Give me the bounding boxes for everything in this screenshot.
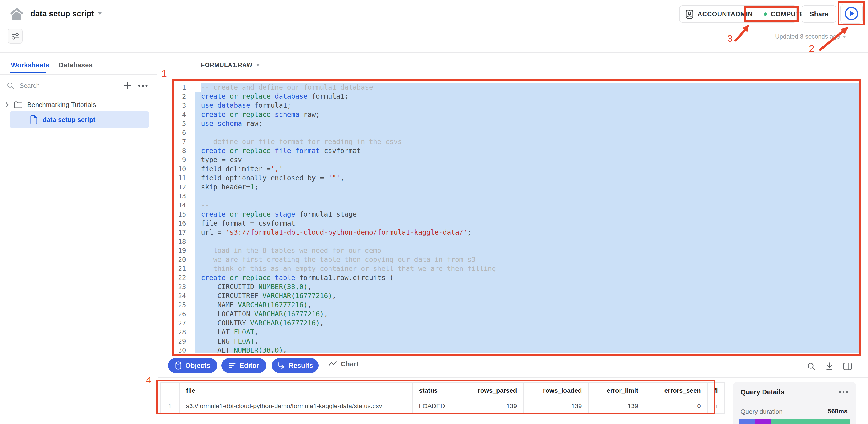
chart-line-icon [329, 361, 337, 367]
line-number: 12 [174, 183, 186, 192]
table-cell-error_limit[interactable]: 139 [589, 399, 645, 413]
database-context-selector[interactable]: FORMULA1.RAW [201, 62, 260, 69]
code-line-4[interactable]: create or replace schema raw; [195, 110, 859, 119]
code-token: raw; [246, 120, 262, 127]
sidebar-item-worksheet-selected[interactable]: data setup script [10, 111, 149, 128]
plus-icon [123, 81, 132, 90]
folder-label: Benchmarking Tutorials [27, 101, 96, 108]
active-tab-underline [10, 72, 46, 73]
home-button[interactable] [8, 6, 25, 22]
table-cell-status[interactable]: LOADED [412, 399, 459, 413]
code-line-30[interactable]: ALT NUMBER(38,0), [195, 346, 859, 353]
worksheet-title[interactable]: data setup script [30, 9, 102, 18]
line-number: 6 [174, 128, 186, 137]
code-token: ',' [271, 165, 283, 173]
code-token: create [201, 147, 229, 155]
table-cell-rows_loaded[interactable]: 139 [524, 399, 589, 413]
code-line-25[interactable]: NAME VARCHAR(16777216), [195, 300, 859, 309]
chevron-right-icon[interactable] [5, 102, 9, 108]
code-token: VARCHAR(16777216) [262, 292, 332, 300]
column-header-error_limit[interactable]: error_limit [589, 383, 645, 399]
more-options-button[interactable] [136, 80, 149, 92]
code-line-8[interactable]: create or replace file format csvformat [195, 146, 859, 155]
panel-splitter[interactable] [728, 378, 728, 424]
column-header-rows_loaded[interactable]: rows_loaded [524, 383, 589, 399]
role-badge-icon [685, 9, 694, 19]
sidebar-item-folder[interactable]: Benchmarking Tutorials [5, 99, 152, 111]
line-number: 20 [174, 255, 186, 264]
code-token: CIRCUITID [201, 283, 258, 291]
column-header-errors_seen[interactable]: errors_seen [645, 383, 707, 399]
code-line-15[interactable]: create or replace stage formula1_stage [195, 210, 859, 219]
new-worksheet-button[interactable] [122, 80, 133, 92]
code-line-9[interactable]: type = csv [195, 155, 859, 164]
code-line-1[interactable]: -- create and define our formula1 databa… [195, 83, 859, 92]
tab-worksheets[interactable]: Worksheets [11, 61, 50, 69]
table-cell-rows_parsed[interactable]: 139 [459, 399, 523, 413]
code-token: ALT [201, 346, 234, 353]
code-line-3[interactable]: use database formula1; [195, 101, 859, 110]
table-cell-file[interactable]: s3://formula1-dbt-cloud-python-demo/form… [180, 399, 412, 413]
results-toggle-button[interactable]: Results [272, 358, 318, 373]
query-details-title: Query Details [741, 388, 784, 396]
code-line-2[interactable]: create or replace database formula1; [195, 92, 859, 101]
table-row[interactable]: 1s3://formula1-dbt-cloud-python-demo/for… [160, 399, 724, 413]
code-line-22[interactable]: create or replace table formula1.raw.cir… [195, 273, 859, 282]
code-line-17[interactable]: url = 's3://formula1-dbt-cloud-python-de… [195, 228, 859, 237]
run-button[interactable] [840, 4, 863, 24]
code-token: VARCHAR(16777216) [254, 310, 324, 318]
share-button[interactable]: Share [802, 5, 836, 23]
code-line-7[interactable]: -- define our file format for reading in… [195, 137, 859, 146]
table-cell-errors_seen[interactable]: 0 [645, 399, 707, 413]
code-token: schema [275, 110, 303, 118]
code-line-11[interactable]: field_optionally_enclosed_by = '"', [195, 173, 859, 183]
tab-databases[interactable]: Databases [59, 61, 93, 69]
code-line-6[interactable] [195, 128, 859, 137]
code-line-29[interactable]: LNG FLOAT, [195, 337, 859, 346]
code-line-13[interactable] [195, 192, 859, 201]
updated-timestamp[interactable]: Updated 8 seconds ago [755, 33, 846, 40]
objects-toggle-button[interactable]: Objects [168, 358, 217, 373]
code-line-24[interactable]: CIRCUITREF VARCHAR(16777216), [195, 291, 859, 300]
line-number: 28 [174, 328, 186, 337]
code-token: 1 [250, 183, 254, 191]
code-line-18[interactable] [195, 237, 859, 246]
query-details-menu-button[interactable] [839, 390, 848, 394]
column-header-rows_parsed[interactable]: rows_parsed [459, 383, 523, 399]
chart-toggle-button[interactable]: Chart [329, 360, 359, 368]
download-results-button[interactable] [825, 361, 834, 371]
code-line-5[interactable]: use schema raw; [195, 119, 859, 128]
code-line-16[interactable]: file_format = csvformat [195, 219, 859, 228]
sql-editor[interactable]: 1234567891011121314151617181920212223242… [174, 81, 859, 353]
editor-toggle-button[interactable]: Editor [221, 358, 266, 373]
code-token: formula1; [312, 92, 349, 100]
code-line-21[interactable]: -- think of this as an empty container o… [195, 264, 859, 273]
column-header-status[interactable]: status [412, 383, 459, 399]
code-line-10[interactable]: field_delimiter =',' [195, 164, 859, 173]
search-results-button[interactable] [806, 361, 816, 371]
line-number: 4 [174, 110, 186, 119]
code-line-23[interactable]: CIRCUITID NUMBER(38,0), [195, 282, 859, 291]
split-view-button[interactable] [843, 361, 852, 371]
code-token: 's3://formula1-dbt-cloud-python-demo/for… [225, 228, 467, 236]
code-line-19[interactable]: -- load in the 8 tables we need for our … [195, 246, 859, 255]
column-header-file[interactable]: file [180, 383, 412, 399]
column-header-fi[interactable]: fi [707, 383, 724, 399]
code-token: LNG [201, 337, 234, 345]
filters-button[interactable] [8, 29, 23, 43]
code-token: create [201, 274, 229, 282]
search-input[interactable]: Search [7, 80, 106, 92]
code-line-20[interactable]: -- we are first creating the table then … [195, 255, 859, 264]
results-table[interactable]: filestatusrows_parsedrows_loadederror_li… [160, 382, 724, 414]
code-token: , [332, 292, 336, 300]
code-line-14[interactable]: -- [195, 201, 859, 210]
code-token: -- define our file format for reading in… [201, 138, 402, 145]
line-number: 18 [174, 237, 186, 246]
code-line-12[interactable]: skip_header=1; [195, 183, 859, 192]
editor-code-lines[interactable]: -- create and define our formula1 databa… [195, 83, 859, 353]
code-line-28[interactable]: LAT FLOAT, [195, 328, 859, 337]
role-selector[interactable]: ACCOUNTADMIN [680, 6, 758, 22]
code-line-27[interactable]: COUNTRY VARCHAR(16777216), [195, 319, 859, 328]
table-cell-fi[interactable]: n [707, 399, 724, 413]
code-line-26[interactable]: LOCATION VARCHAR(16777216), [195, 309, 859, 319]
